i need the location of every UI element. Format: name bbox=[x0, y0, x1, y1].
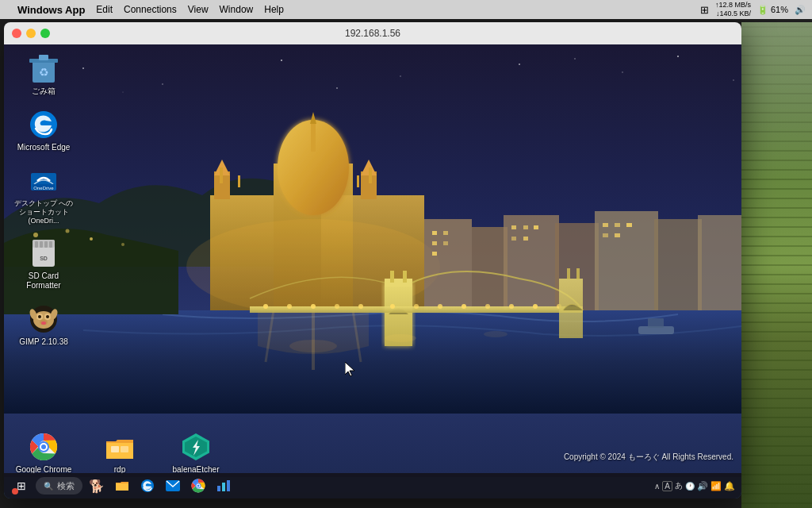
svg-point-82 bbox=[289, 340, 337, 352]
svg-point-125 bbox=[197, 485, 200, 487]
taskbar-icon-edge[interactable] bbox=[136, 475, 159, 496]
svg-point-60 bbox=[263, 304, 268, 309]
taskbar-ime-icon[interactable]: あ bbox=[675, 480, 683, 491]
windows-taskbar: ⊞ 🔍 検索 🐕 bbox=[4, 473, 741, 498]
svg-rect-47 bbox=[615, 223, 620, 227]
gimp-label: GIMP 2.10.38 bbox=[19, 337, 68, 347]
sd-formatter-label: SD Card Formatter bbox=[13, 271, 75, 291]
svg-rect-44 bbox=[511, 237, 516, 241]
taskbar-language-icon[interactable]: A bbox=[662, 481, 672, 491]
svg-point-78 bbox=[90, 237, 93, 241]
svg-point-84 bbox=[484, 331, 508, 337]
svg-rect-81 bbox=[648, 318, 664, 328]
taskbar-volume-icon[interactable]: 🔊 bbox=[697, 481, 708, 491]
taskbar-icon-mail[interactable] bbox=[162, 475, 184, 496]
taskbar-right-section: ∧ A あ 🕐 🔊 📶 🔔 bbox=[654, 480, 735, 491]
cityscape-svg bbox=[4, 44, 741, 477]
svg-point-63 bbox=[335, 304, 339, 309]
svg-rect-75 bbox=[576, 268, 580, 279]
taskbar-icon-chrome[interactable] bbox=[187, 475, 209, 496]
svg-point-13 bbox=[574, 58, 575, 59]
svg-rect-35 bbox=[698, 215, 741, 314]
taskbar-start-wrapper[interactable]: ⊞ bbox=[10, 475, 33, 496]
svg-point-69 bbox=[485, 304, 490, 309]
bottom-desktop-icons-container: Google Chrome rdp bbox=[12, 431, 228, 475]
svg-rect-48 bbox=[626, 223, 632, 227]
minimize-button[interactable] bbox=[26, 29, 36, 38]
svg-rect-128 bbox=[227, 480, 230, 491]
taskbar-icon-folder[interactable] bbox=[111, 475, 133, 496]
remote-desktop-content[interactable]: ♻ ごみ箱 Microsoft Edge bbox=[4, 44, 741, 498]
svg-point-7 bbox=[519, 64, 520, 65]
onedrive-label: デスクトップ へのショートカット (OneDri... bbox=[13, 199, 75, 225]
notification-dot bbox=[12, 488, 18, 495]
svg-rect-18 bbox=[311, 120, 316, 152]
taskbar-icon-dashboard[interactable] bbox=[213, 475, 235, 496]
svg-text:OneDrive: OneDrive bbox=[33, 186, 54, 190]
svg-rect-74 bbox=[567, 268, 570, 279]
taskbar-network-icon[interactable]: 📶 bbox=[710, 481, 722, 491]
battery-indicator: 🔋 61% bbox=[757, 5, 788, 15]
menu-help[interactable]: Help bbox=[264, 4, 284, 15]
svg-rect-42 bbox=[523, 225, 528, 229]
copyright-text: Copyright © 2024 もーろぐ All Rights Reserve… bbox=[564, 452, 733, 463]
svg-rect-24 bbox=[220, 167, 223, 183]
taskbar-notification-icon[interactable]: 🔔 bbox=[724, 481, 735, 491]
taskbar-icon-explorer[interactable]: 🐕 bbox=[86, 475, 108, 496]
taskbar-clock: 🕐 bbox=[685, 482, 695, 491]
desktop-icon-recycle-bin[interactable]: ♻ ごみ箱 bbox=[12, 52, 75, 96]
svg-text:SD: SD bbox=[40, 256, 48, 261]
taskbar-up-arrow[interactable]: ∧ bbox=[654, 482, 660, 491]
desktop-icon-gimp[interactable]: GIMP 2.10.38 bbox=[12, 303, 75, 347]
desktop-icon-balena[interactable]: balenaEtcher bbox=[164, 431, 228, 475]
remote-desktop-window: 192.168.1.56 bbox=[4, 22, 741, 498]
svg-point-61 bbox=[287, 304, 292, 309]
svg-rect-97 bbox=[44, 241, 48, 248]
menu-connections[interactable]: Connections bbox=[124, 4, 177, 15]
desktop-icon-chrome[interactable]: Google Chrome bbox=[12, 431, 75, 475]
menu-window[interactable]: Window bbox=[220, 4, 254, 15]
svg-rect-26 bbox=[357, 175, 359, 187]
desktop-icon-edge[interactable]: Microsoft Edge bbox=[12, 109, 75, 152]
desktop-icon-rdp[interactable]: rdp bbox=[88, 431, 151, 475]
svg-point-9 bbox=[677, 56, 679, 57]
svg-rect-114 bbox=[111, 446, 119, 452]
svg-point-65 bbox=[390, 304, 395, 309]
network-stats: ↑12.8 MB/s ↓140.5 KB/ bbox=[715, 1, 751, 18]
svg-rect-57 bbox=[390, 271, 394, 283]
menu-view[interactable]: View bbox=[188, 4, 209, 15]
close-button[interactable] bbox=[12, 29, 21, 38]
svg-point-3 bbox=[82, 67, 84, 69]
app-name-label: Windows App bbox=[17, 4, 85, 16]
svg-rect-27 bbox=[369, 167, 372, 183]
svg-rect-87 bbox=[39, 55, 48, 60]
svg-rect-41 bbox=[511, 225, 516, 229]
maximize-button[interactable] bbox=[40, 29, 50, 38]
svg-point-71 bbox=[533, 304, 538, 309]
svg-rect-126 bbox=[217, 486, 220, 491]
svg-point-68 bbox=[462, 304, 466, 309]
svg-point-8 bbox=[622, 71, 622, 72]
mac-background-right bbox=[741, 22, 812, 508]
windows-grid-icon: ⊞ bbox=[700, 4, 709, 16]
search-placeholder: 検索 bbox=[57, 480, 75, 492]
svg-rect-45 bbox=[523, 237, 528, 241]
svg-rect-38 bbox=[432, 241, 437, 245]
menu-edit[interactable]: Edit bbox=[96, 4, 113, 15]
svg-rect-95 bbox=[35, 241, 38, 248]
svg-point-62 bbox=[311, 304, 316, 309]
svg-rect-46 bbox=[603, 223, 608, 227]
taskbar-search-box[interactable]: 🔍 検索 bbox=[36, 477, 82, 495]
desktop-icon-onedrive[interactable]: OneDrive デスクトップ へのショートカット (OneDri... bbox=[12, 165, 75, 225]
svg-point-67 bbox=[438, 304, 442, 309]
traffic-lights bbox=[12, 29, 50, 38]
svg-rect-36 bbox=[432, 231, 437, 235]
mac-menubar: Windows App Edit Connections View Window… bbox=[0, 0, 812, 19]
svg-point-83 bbox=[385, 334, 416, 342]
search-icon: 🔍 bbox=[44, 482, 53, 491]
svg-rect-49 bbox=[603, 233, 608, 237]
svg-point-70 bbox=[509, 304, 514, 309]
svg-point-10 bbox=[733, 79, 734, 81]
desktop-icon-sd-formatter[interactable]: SD SD Card Formatter bbox=[12, 237, 75, 291]
svg-point-12 bbox=[336, 87, 338, 89]
